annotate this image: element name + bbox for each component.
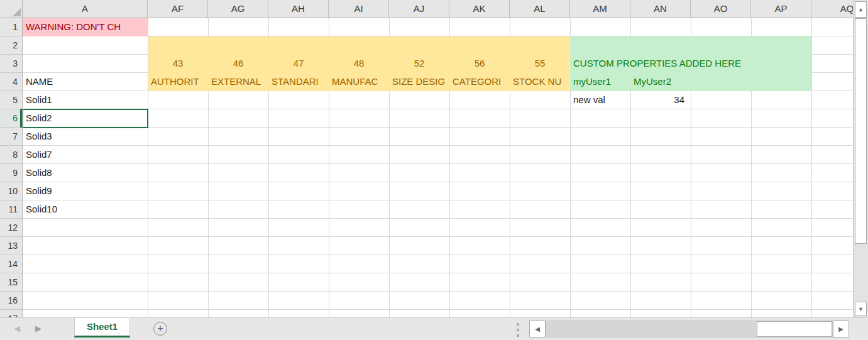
column-header-a[interactable]: A bbox=[23, 0, 148, 18]
row-header-column: 1 2 3 4 5 6 7 8 9 10 11 12 13 14 15 16 1… bbox=[0, 18, 23, 317]
row-header-2[interactable]: 2 bbox=[0, 36, 22, 55]
row-header-10[interactable]: 10 bbox=[0, 182, 22, 200]
column-header-am[interactable]: AM bbox=[570, 0, 630, 18]
row-header-17[interactable]: 17 bbox=[0, 310, 22, 317]
cell-name-row[interactable]: Solid10 bbox=[23, 200, 148, 219]
cell-property-header[interactable]: EXTERNAL bbox=[208, 73, 268, 91]
scroll-down-button[interactable]: ▼ bbox=[855, 302, 867, 316]
column-header-ai[interactable]: AI bbox=[329, 0, 389, 18]
row-header-6-selected[interactable]: 6 bbox=[0, 109, 22, 128]
column-header-ao[interactable]: AO bbox=[691, 0, 751, 18]
vertical-scrollbar[interactable]: ▲ ▼ bbox=[853, 0, 868, 317]
cell-name-row[interactable]: Solid1 bbox=[23, 91, 148, 109]
column-header-aj[interactable]: AJ bbox=[389, 0, 449, 18]
tab-nav-right-button[interactable]: ▶ bbox=[35, 322, 41, 335]
scroll-up-button[interactable]: ▲ bbox=[855, 1, 867, 18]
cell-property-id[interactable]: 52 bbox=[389, 55, 449, 73]
row-selection-bar bbox=[20, 109, 22, 128]
cell-property-header[interactable]: MANUFAC bbox=[329, 73, 389, 91]
sheet-grid[interactable]: WARNING: DON'T CH NAME Solid1 Solid2 Sol… bbox=[23, 18, 853, 317]
column-header-an[interactable]: AN bbox=[630, 0, 691, 18]
cell-property-id[interactable]: 46 bbox=[208, 55, 268, 73]
sheet-tab-bar: ◀ ▶ Sheet1 + ◀ ▶ bbox=[0, 317, 868, 340]
plus-circle-icon: + bbox=[157, 323, 163, 334]
cell-property-id[interactable]: 47 bbox=[268, 55, 329, 73]
cell-property-header[interactable]: STANDARI bbox=[268, 73, 329, 91]
row-header-1[interactable]: 1 bbox=[0, 18, 22, 36]
column-header-af[interactable]: AF bbox=[148, 0, 208, 18]
row-header-7[interactable]: 7 bbox=[0, 128, 22, 146]
row-header-13[interactable]: 13 bbox=[0, 237, 22, 255]
row-header-15[interactable]: 15 bbox=[0, 273, 22, 292]
cell-property-id[interactable]: 43 bbox=[148, 55, 208, 73]
tab-scrollbar-splitter-handle[interactable] bbox=[517, 323, 519, 337]
row-header-3[interactable]: 3 bbox=[0, 55, 22, 73]
cell-property-id[interactable]: 48 bbox=[329, 55, 389, 73]
cell-custom-value-number[interactable]: 34 bbox=[630, 91, 689, 109]
column-header-ah[interactable]: AH bbox=[268, 0, 329, 18]
horizontal-scrollbar[interactable] bbox=[546, 321, 833, 337]
spreadsheet-window: WARNING: DON'T CH NAME Solid1 Solid2 Sol… bbox=[0, 0, 868, 340]
column-header-ak[interactable]: AK bbox=[449, 0, 510, 18]
tab-nav-left-icon: ◀ bbox=[14, 324, 20, 333]
cell-name-row[interactable]: Solid7 bbox=[23, 146, 148, 164]
cell-property-header[interactable]: STOCK NU bbox=[510, 73, 570, 91]
row-header-8[interactable]: 8 bbox=[0, 146, 22, 164]
scroll-left-button[interactable]: ◀ bbox=[529, 321, 546, 337]
cell-name-row[interactable]: Solid3 bbox=[23, 128, 148, 146]
new-sheet-button[interactable]: + bbox=[153, 322, 167, 336]
row-header-6-label: 6 bbox=[13, 113, 18, 123]
row-header-11[interactable]: 11 bbox=[0, 200, 22, 219]
row-header-14[interactable]: 14 bbox=[0, 255, 22, 273]
column-header-row: A AF AG AH AI AJ AK AL AM AN AO AP AQ bbox=[23, 0, 853, 18]
cell-property-header[interactable]: SIZE DESIG bbox=[389, 73, 449, 91]
row-header-12[interactable]: 12 bbox=[0, 219, 22, 237]
cell-name-row[interactable]: Solid8 bbox=[23, 164, 148, 182]
splitter-dot-icon bbox=[517, 323, 519, 326]
row-header-16[interactable]: 16 bbox=[0, 292, 22, 310]
row-header-4[interactable]: 4 bbox=[0, 73, 22, 91]
scroll-right-button[interactable]: ▶ bbox=[833, 321, 849, 337]
row-header-9[interactable]: 9 bbox=[0, 164, 22, 182]
cell-property-header[interactable]: AUTHORIT bbox=[148, 73, 208, 91]
tab-nav-left-button[interactable]: ◀ bbox=[14, 322, 20, 335]
tab-sheet1[interactable]: Sheet1 bbox=[74, 318, 130, 337]
select-all-triangle-icon bbox=[13, 8, 21, 16]
vertical-scrollbar-thumb[interactable] bbox=[855, 18, 867, 244]
scroll-down-icon: ▼ bbox=[858, 306, 864, 312]
column-header-ag[interactable]: AG bbox=[208, 0, 268, 18]
cell-property-header[interactable]: CATEGORI bbox=[449, 73, 510, 91]
scroll-right-icon: ▶ bbox=[838, 326, 843, 332]
cell-a1-warning[interactable]: WARNING: DON'T CH bbox=[23, 18, 148, 36]
scroll-left-icon: ◀ bbox=[535, 326, 540, 332]
cell-property-id[interactable]: 56 bbox=[449, 55, 510, 73]
cell-custom-value-text[interactable]: new val bbox=[570, 91, 630, 109]
splitter-dot-icon bbox=[517, 329, 519, 331]
column-header-aq[interactable]: AQ bbox=[811, 0, 853, 18]
horizontal-scrollbar-thumb[interactable] bbox=[757, 321, 832, 337]
cell-custom-properties-title[interactable]: CUSTOM PROPERTIES ADDED HERE bbox=[570, 55, 809, 73]
cell-a4-name-header[interactable]: NAME bbox=[23, 73, 148, 91]
scroll-up-icon: ▲ bbox=[858, 6, 864, 13]
cell-property-id[interactable]: 55 bbox=[510, 55, 570, 73]
column-header-al[interactable]: AL bbox=[510, 0, 570, 18]
splitter-dot-icon bbox=[517, 334, 519, 337]
column-header-ap[interactable]: AP bbox=[751, 0, 811, 18]
cell-name-row[interactable]: Solid9 bbox=[23, 182, 148, 200]
cell-custom-property-header[interactable]: MyUser2 bbox=[630, 73, 691, 91]
cell-name-row-active[interactable]: Solid2 bbox=[23, 109, 148, 128]
row-header-5[interactable]: 5 bbox=[0, 91, 22, 109]
tab-nav-right-icon: ▶ bbox=[35, 324, 41, 333]
select-all-corner[interactable] bbox=[0, 0, 23, 18]
cell-custom-property-header[interactable]: myUser1 bbox=[570, 73, 630, 91]
